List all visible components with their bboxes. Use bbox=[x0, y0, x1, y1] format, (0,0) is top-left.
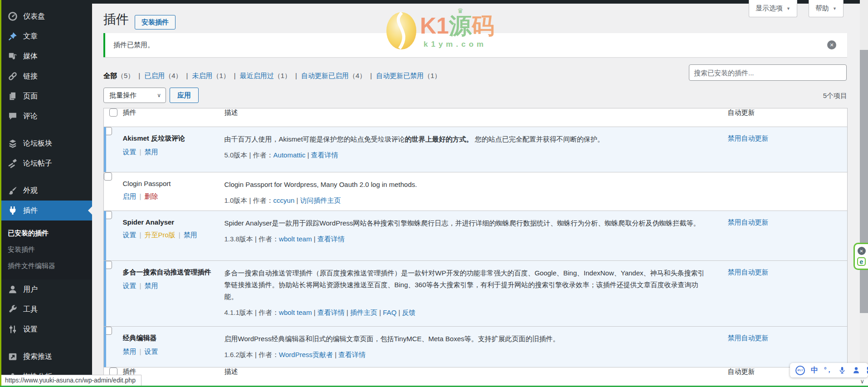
bulk-action-select[interactable]: 批量操作 ∨ bbox=[103, 88, 166, 103]
sidebar-item-appearance[interactable]: 外观 bbox=[1, 181, 92, 201]
meta-link[interactable]: cccyun bbox=[273, 196, 295, 204]
row-checkbox[interactable] bbox=[104, 127, 112, 135]
sidebar-item-pages[interactable]: 页面 bbox=[1, 86, 92, 106]
apps-grid-icon[interactable] bbox=[866, 366, 868, 374]
plugin-meta: 4.1.1版本 | 作者：wbolt team | 查看详情 | 插件主页 | … bbox=[224, 309, 710, 317]
sidebar-item-dashboard[interactable]: 仪表盘 bbox=[1, 6, 92, 26]
search-plugins-input[interactable] bbox=[689, 64, 847, 81]
disable-auto-update-link[interactable]: 禁用自动更新 bbox=[728, 268, 769, 276]
filter-recently-active[interactable]: 最近启用过（1） bbox=[240, 72, 291, 80]
action-升至Pro版[interactable]: 升至Pro版 bbox=[144, 231, 175, 239]
meta-link[interactable]: WordPress贡献者 bbox=[279, 351, 333, 358]
filter-auto-update-enabled[interactable]: 自动更新已启用（4） bbox=[301, 72, 366, 80]
forum-icon bbox=[8, 138, 18, 148]
microphone-icon[interactable] bbox=[838, 366, 846, 374]
sidebar-subitem-install-plugin[interactable]: 安装插件 bbox=[1, 241, 92, 258]
chinese-mode-icon[interactable]: 中 bbox=[811, 366, 818, 375]
meta-link[interactable]: 访问插件主页 bbox=[300, 196, 341, 204]
plugin-description-cell: 多合一搜索自动推送管理插件（原百度搜索推送管理插件）是一款针对WP开发的功能非常… bbox=[224, 261, 722, 327]
meta-link[interactable]: wbolt team bbox=[279, 235, 312, 243]
collapse-chevron-icon[interactable]: ∨ bbox=[860, 378, 864, 385]
disable-auto-update-link[interactable]: 禁用自动更新 bbox=[728, 218, 769, 226]
action-设置[interactable]: 设置 bbox=[123, 148, 137, 156]
filter-label[interactable]: 未启用 bbox=[192, 72, 213, 80]
ifly-logo-icon[interactable]: iFLY bbox=[795, 366, 805, 375]
disable-auto-update-link[interactable]: 禁用自动更新 bbox=[728, 334, 769, 342]
meta-link[interactable]: 查看详情 bbox=[311, 151, 338, 159]
sidebar-item-links[interactable]: 链接 bbox=[1, 66, 92, 86]
action-删除[interactable]: 删除 bbox=[144, 192, 158, 200]
action-禁用[interactable]: 禁用 bbox=[123, 348, 137, 355]
meta-link[interactable]: FAQ bbox=[383, 309, 396, 316]
meta-text: 1.0版本 | 作者： bbox=[224, 196, 273, 204]
meta-link[interactable]: 查看详情 bbox=[317, 309, 345, 316]
row-checkbox[interactable] bbox=[104, 261, 112, 269]
sidebar-item-users[interactable]: 用户 bbox=[1, 279, 92, 299]
action-禁用[interactable]: 禁用 bbox=[184, 231, 197, 239]
help-label: 帮助 bbox=[815, 4, 829, 13]
row-checkbox[interactable] bbox=[104, 172, 112, 181]
disable-auto-update-link[interactable]: 禁用自动更新 bbox=[728, 134, 769, 142]
dismiss-notice-icon[interactable]: ✕ bbox=[827, 40, 836, 49]
sidebar-item-forum-posts[interactable]: 论坛帖子 bbox=[1, 153, 92, 173]
action-设置[interactable]: 设置 bbox=[123, 231, 137, 239]
plugin-description: Spider Analyser是一款用于跟踪WordPress网站各种搜索引擎蜘… bbox=[224, 217, 710, 229]
filter-all[interactable]: 全部（5） bbox=[103, 72, 134, 80]
sidebar-separator bbox=[1, 173, 92, 181]
action-设置[interactable]: 设置 bbox=[144, 348, 158, 355]
row-checkbox-cell bbox=[104, 327, 123, 367]
user-profile-icon[interactable] bbox=[852, 366, 860, 374]
filter-label[interactable]: 已启用 bbox=[144, 72, 165, 80]
sidebar-item-label: 页面 bbox=[23, 92, 38, 101]
plugin-row-spider-analyser: Spider Analyser设置|升至Pro版|禁用Spider Analys… bbox=[104, 211, 848, 261]
sidebar-item-plugins[interactable]: 插件 bbox=[1, 201, 92, 220]
meta-link[interactable]: 查看详情 bbox=[338, 351, 366, 358]
sidebar-item-label: 插件 bbox=[23, 206, 38, 216]
help-button[interactable]: 帮助 ▼ bbox=[809, 0, 844, 17]
sidebar-item-posts[interactable]: 文章 bbox=[1, 26, 92, 46]
filter-label[interactable]: 最近启用过 bbox=[240, 72, 274, 80]
sidebar-item-search-push[interactable]: 搜索推送 bbox=[1, 347, 92, 367]
auto-update-cell: 禁用自动更新 bbox=[722, 127, 848, 172]
meta-link[interactable]: Automattic bbox=[273, 151, 306, 159]
sidebar-subitem-plugin-file-editor[interactable]: 插件文件编辑器 bbox=[1, 258, 92, 274]
auto-update-cell: 禁用自动更新 bbox=[722, 327, 848, 367]
scrollbar-thumb[interactable] bbox=[860, 50, 868, 313]
row-checkbox[interactable] bbox=[104, 211, 112, 219]
close-icon[interactable]: ✕ bbox=[858, 247, 866, 255]
row-checkbox[interactable] bbox=[104, 327, 112, 335]
filter-label[interactable]: 自动更新已启用 bbox=[301, 72, 349, 80]
sidebar-item-forum-boards[interactable]: 论坛板块 bbox=[1, 133, 92, 153]
meta-link[interactable]: wbolt team bbox=[279, 309, 312, 316]
sidebar-subitem-installed-plugins[interactable]: 已安装的插件 bbox=[1, 225, 92, 241]
filter-auto-update-disabled[interactable]: 自动更新已禁用（1） bbox=[376, 72, 441, 80]
filter-inactive[interactable]: 未启用（1） bbox=[192, 72, 230, 80]
sidebar-item-comments[interactable]: 评论 bbox=[1, 106, 92, 126]
sidebar-item-media[interactable]: 媒体 bbox=[1, 46, 92, 66]
action-设置[interactable]: 设置 bbox=[123, 282, 137, 289]
filter-count: （4） bbox=[349, 72, 366, 80]
action-禁用[interactable]: 禁用 bbox=[144, 148, 158, 156]
action-启用[interactable]: 启用 bbox=[123, 192, 137, 200]
sidebar-item-tools[interactable]: 工具 bbox=[1, 299, 92, 319]
external-box-icon bbox=[8, 352, 18, 362]
install-plugin-button[interactable]: 安装插件 bbox=[135, 15, 176, 29]
dashboard-icon bbox=[8, 11, 18, 21]
screen-options-button[interactable]: 显示选项 ▼ bbox=[749, 0, 797, 17]
apply-button[interactable]: 应用 bbox=[170, 88, 199, 103]
plugin-name-cell: Akismet 反垃圾评论设置|禁用 bbox=[123, 127, 224, 172]
select-all-checkbox[interactable] bbox=[109, 108, 117, 117]
meta-link[interactable]: 反馈 bbox=[402, 309, 416, 316]
action-禁用[interactable]: 禁用 bbox=[144, 282, 158, 289]
meta-link[interactable]: 查看详情 bbox=[317, 235, 345, 243]
meta-text: 1.6.2版本 | 作者： bbox=[224, 351, 279, 358]
sidebar-item-settings[interactable]: 设置 bbox=[1, 319, 92, 339]
filter-active[interactable]: 已启用（4） bbox=[144, 72, 182, 80]
filter-label[interactable]: 全部 bbox=[103, 72, 117, 80]
top-strip bbox=[0, 0, 868, 4]
sidebar-item-label: 搜索推送 bbox=[23, 352, 52, 362]
e-logo-icon[interactable]: e bbox=[857, 257, 866, 266]
punctuation-mode-icon[interactable]: °， bbox=[824, 366, 832, 374]
meta-link[interactable]: 插件主页 bbox=[350, 309, 377, 316]
filter-label[interactable]: 自动更新已禁用 bbox=[376, 72, 424, 80]
